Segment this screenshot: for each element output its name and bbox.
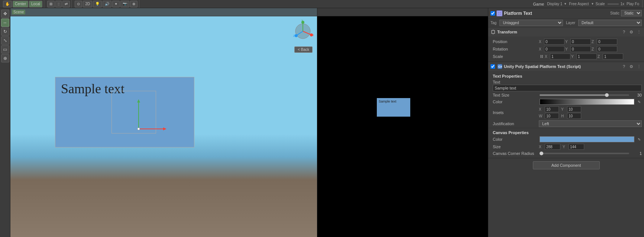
inset-y-input[interactable]: 10	[567, 106, 581, 112]
add-component-button[interactable]: Add Component	[533, 161, 600, 169]
insets-wh-group: W 10 H 10	[539, 113, 581, 119]
inset-w-label: W	[539, 114, 544, 118]
game-label: Game	[531, 2, 546, 6]
script-settings-btn[interactable]: ⚙	[628, 64, 634, 69]
text-color-swatch[interactable]	[540, 99, 634, 105]
tag-layer-row: Tag Untagged Layer Default	[488, 19, 644, 27]
justification-row: Justification Left Center Right	[488, 120, 644, 128]
rotation-row: Rotation X 0 Y 0 Z 0	[488, 45, 644, 53]
rot-z-label: Z	[592, 47, 596, 51]
transform-settings-btn[interactable]: ⚙	[628, 29, 634, 35]
scale-x-input[interactable]: 1	[550, 53, 570, 59]
canvas-size-label: Size	[493, 145, 537, 149]
grid-btn[interactable]: ⊞	[47, 1, 55, 7]
canvas-size-y-label: Y	[563, 145, 568, 149]
pos-y-input[interactable]: 0	[570, 39, 591, 45]
canvas-corner-thumb[interactable]	[540, 152, 543, 155]
transform-menu-btn[interactable]: ⋮	[636, 29, 642, 35]
svg-text:C#: C#	[498, 65, 502, 68]
text-size-slider[interactable]	[540, 94, 629, 96]
game-platform-text: Sample text	[377, 98, 410, 117]
canvas-size-x-input[interactable]: 288	[545, 144, 560, 150]
2d-btn[interactable]: 2D	[83, 1, 92, 7]
position-label: Position	[493, 39, 537, 44]
text-color-picker-btn[interactable]: ✎	[637, 99, 642, 104]
svg-text:Y: Y	[301, 19, 303, 22]
camera-gizmo: Y X Z	[291, 19, 315, 43]
scale-z-input[interactable]: 1	[603, 53, 623, 59]
hand-tool-btn[interactable]: ✋	[3, 1, 12, 7]
rotate-btn[interactable]: ↻	[1, 27, 9, 36]
scale-slider[interactable]	[608, 3, 619, 5]
scene-tab-btn[interactable]: Scene	[12, 10, 25, 14]
custom-btn[interactable]: ⊕	[1, 54, 9, 62]
canvas-size-x-label: X	[539, 145, 544, 149]
rot-y-input[interactable]: 0	[570, 46, 591, 52]
layer-label: Layer	[566, 21, 575, 25]
inset-x-input[interactable]: 10	[545, 106, 559, 112]
inset-x-label: X	[539, 107, 544, 111]
position-xyz: X 0 Y 0 Z 0	[539, 39, 642, 45]
canvas-corner-slider[interactable]	[540, 153, 629, 154]
script-title: Unity Poly Spatial Platform Text (Script…	[504, 64, 619, 69]
dropdown-icon-display: ▼	[564, 2, 567, 6]
snap2-btn[interactable]: ⇌	[62, 1, 70, 7]
cam-btn[interactable]: 📷	[120, 1, 129, 7]
insets-row: Insets X 10 Y 10 W 10 H 10	[488, 105, 644, 120]
transform-help-btn[interactable]: ?	[621, 29, 627, 35]
audio-btn[interactable]: 🔊	[103, 1, 111, 7]
script-help-btn[interactable]: ?	[621, 64, 627, 69]
scale-y-input[interactable]: 1	[576, 53, 597, 59]
pos-y-label: Y	[565, 40, 570, 44]
scale-tool-btn[interactable]: ⤡	[1, 36, 9, 45]
tag-dropdown[interactable]: Untagged	[499, 20, 563, 26]
script-active-checkbox[interactable]	[491, 64, 495, 69]
static-dropdown[interactable]: Static	[621, 10, 642, 16]
script-body: Text Properties Text Sample text Text Si…	[488, 71, 644, 158]
pos-z-input[interactable]: 0	[597, 39, 617, 45]
local-label: Local	[31, 2, 40, 6]
light-btn[interactable]: 💡	[93, 1, 102, 7]
justification-dropdown[interactable]: Left Center Right	[539, 120, 642, 127]
free-aspect-label: Free Aspect	[567, 2, 590, 6]
scale-z-label: Z	[598, 55, 602, 59]
scale-row: Scale ⛓ X 1 Y 1 Z 1	[488, 53, 644, 60]
main-layout: ✥ ↔ ↻ ⤡ ▭ ⊕ Scene Y X	[0, 8, 644, 237]
rot-z-input[interactable]: 0	[597, 46, 617, 52]
canvas-color-swatch[interactable]	[540, 136, 634, 142]
inset-w-input[interactable]: 10	[545, 113, 559, 119]
text-color-label: Color	[493, 100, 537, 104]
vr-btn[interactable]: ⊕	[130, 1, 137, 7]
dropdown-icon-aspect: ▼	[591, 2, 594, 6]
scale-prop-label: Scale	[493, 54, 537, 59]
gameobject-active-checkbox[interactable]	[491, 11, 495, 16]
inset-h-input[interactable]: 10	[567, 113, 581, 119]
local-btn[interactable]: Local	[29, 1, 42, 7]
text-size-thumb[interactable]	[605, 93, 609, 97]
gizmo-btn[interactable]: ⊙	[75, 1, 82, 7]
script-header[interactable]: C# Unity Poly Spatial Platform Text (Scr…	[488, 62, 644, 71]
inner-selection-box	[111, 91, 156, 134]
scale-link-btn[interactable]: ⛓	[539, 55, 544, 58]
center-btn[interactable]: Center	[13, 1, 28, 7]
rect-btn[interactable]: ▭	[1, 45, 9, 53]
snap-btn[interactable]: ::	[55, 1, 62, 7]
effect-btn[interactable]: ✦	[112, 1, 120, 7]
transform-btn[interactable]: ↔	[1, 19, 9, 27]
platform-text-object[interactable]: Sample text	[55, 77, 194, 147]
position-row: Position X 0 Y 0 Z 0	[488, 38, 644, 45]
move-tool-btn[interactable]: ✥	[1, 10, 9, 18]
pos-x-input[interactable]: 0	[544, 39, 564, 45]
rot-x-input[interactable]: 0	[544, 46, 564, 52]
layer-dropdown[interactable]: Default	[578, 20, 642, 26]
insets-xy-group: X 10 Y 10	[539, 106, 581, 112]
canvas-color-picker-btn[interactable]: ✎	[637, 137, 642, 142]
back-button[interactable]: < Back	[294, 46, 313, 53]
transform-header[interactable]: Transform ? ⚙ ⋮	[488, 27, 644, 36]
game-view: Sample text	[317, 8, 488, 237]
script-menu-btn[interactable]: ⋮	[636, 64, 642, 69]
text-prop-input[interactable]: Sample text	[493, 85, 642, 91]
insets-groups: X 10 Y 10 W 10 H 10	[539, 106, 581, 119]
top-toolbar: ✋ Center Local ⊞ :: ⇌ ⊙ 2D 💡 🔊 ✦ 📷 ⊕ Gam…	[0, 0, 644, 8]
canvas-size-y-input[interactable]: 144	[569, 144, 584, 150]
